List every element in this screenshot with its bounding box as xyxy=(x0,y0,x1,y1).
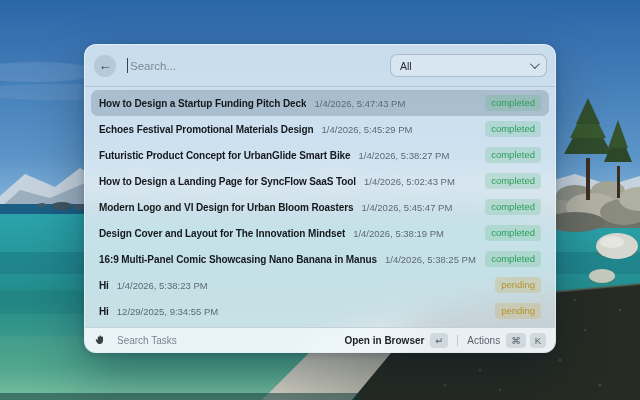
task-title: Hi xyxy=(99,306,109,317)
actions-label: Actions xyxy=(467,335,500,346)
filter-dropdown[interactable]: All xyxy=(390,54,547,77)
status-badge: completed xyxy=(485,225,541,241)
footer-bar: Search Tasks Open in Browser ↵ Actions ⌘… xyxy=(85,327,555,353)
status-badge: completed xyxy=(485,251,541,267)
task-title: 16:9 Multi-Panel Comic Showcasing Nano B… xyxy=(99,254,377,265)
task-timestamp: 12/29/2025, 9:34:55 PM xyxy=(117,306,218,317)
search-header: ← All xyxy=(85,45,555,87)
enter-key-icon: ↵ xyxy=(430,333,448,349)
status-badge: completed xyxy=(485,199,541,215)
actions-button[interactable]: Actions ⌘ K xyxy=(467,333,546,349)
status-badge: completed xyxy=(485,173,541,189)
task-row[interactable]: Design Cover and Layout for The Innovati… xyxy=(91,220,549,246)
task-row[interactable]: Echoes Festival Promotional Materials De… xyxy=(91,116,549,142)
task-row[interactable]: Futuristic Product Concept for UrbanGlid… xyxy=(91,142,549,168)
arrow-left-icon: ← xyxy=(99,58,112,73)
task-timestamp: 1/4/2026, 5:38:27 PM xyxy=(359,150,450,161)
task-title: Echoes Festival Promotional Materials De… xyxy=(99,124,314,135)
task-timestamp: 1/4/2026, 5:45:29 PM xyxy=(322,124,413,135)
task-row[interactable]: 16:9 Multi-Panel Comic Showcasing Nano B… xyxy=(91,246,549,272)
task-row[interactable]: How to Design a Startup Funding Pitch De… xyxy=(91,90,549,116)
search-panel: ← All How to Design a Startup Funding Pi… xyxy=(84,44,556,353)
manus-logo-icon xyxy=(94,334,108,348)
task-timestamp: 1/4/2026, 5:47:43 PM xyxy=(314,98,405,109)
filter-value: All xyxy=(400,60,530,72)
task-title: Design Cover and Layout for The Innovati… xyxy=(99,228,345,239)
task-title: Futuristic Product Concept for UrbanGlid… xyxy=(99,150,351,161)
task-title: Hi xyxy=(99,280,109,291)
task-title: Modern Logo and VI Design for Urban Bloo… xyxy=(99,202,353,213)
task-timestamp: 1/4/2026, 5:38:23 PM xyxy=(117,280,208,291)
open-in-browser-button[interactable]: Open in Browser ↵ xyxy=(344,333,448,349)
task-timestamp: 1/4/2026, 5:38:25 PM xyxy=(385,254,476,265)
task-title: How to Design a Landing Page for SyncFlo… xyxy=(99,176,356,187)
task-row[interactable]: Hi 1/4/2026, 5:38:23 PM pending xyxy=(91,272,549,298)
status-badge: pending xyxy=(495,303,541,319)
task-row[interactable]: Hi 12/29/2025, 9:34:55 PM pending xyxy=(91,298,549,324)
task-row[interactable]: How to Design a Landing Page for SyncFlo… xyxy=(91,168,549,194)
k-key-icon: K xyxy=(530,333,546,349)
task-timestamp: 1/4/2026, 5:38:19 PM xyxy=(353,228,444,239)
status-badge: completed xyxy=(485,95,541,111)
task-list: How to Design a Startup Funding Pitch De… xyxy=(85,87,555,327)
footer-mode-label: Search Tasks xyxy=(117,335,177,346)
task-timestamp: 1/4/2026, 5:02:43 PM xyxy=(364,176,455,187)
chevron-down-icon xyxy=(530,59,540,69)
task-row[interactable]: Modern Logo and VI Design for Urban Bloo… xyxy=(91,194,549,220)
back-button[interactable]: ← xyxy=(94,55,116,77)
status-badge: pending xyxy=(495,277,541,293)
task-timestamp: 1/4/2026, 5:45:47 PM xyxy=(361,202,452,213)
task-title: How to Design a Startup Funding Pitch De… xyxy=(99,98,306,109)
open-in-browser-label: Open in Browser xyxy=(344,335,424,346)
cmd-key-icon: ⌘ xyxy=(506,333,526,349)
status-badge: completed xyxy=(485,147,541,163)
footer-separator xyxy=(457,335,458,346)
status-badge: completed xyxy=(485,121,541,137)
search-input[interactable] xyxy=(128,60,390,72)
